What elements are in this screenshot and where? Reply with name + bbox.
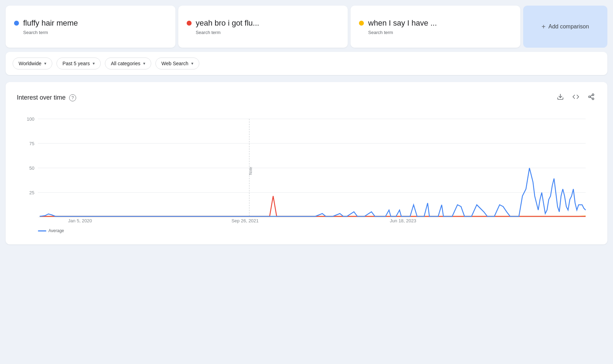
location-label: Worldwide: [19, 61, 41, 66]
chart-svg: 100 75 50 25 Jan 5, 2020 Sep 26, 2021 Ju…: [17, 112, 596, 224]
search-term-card-3[interactable]: when I say I have ... Search term: [351, 6, 520, 48]
download-button[interactable]: [555, 92, 565, 103]
search-type-filter[interactable]: Web Search ▾: [155, 58, 199, 69]
svg-text:Sep 26, 2021: Sep 26, 2021: [232, 218, 259, 223]
legend-average-line: [38, 230, 46, 231]
time-range-label: Past 5 years: [62, 61, 90, 66]
svg-text:100: 100: [27, 116, 34, 122]
legend-row: Average: [38, 228, 596, 233]
term-name-1: fluffy hair meme: [23, 19, 78, 28]
add-comparison-label: Add comparison: [548, 23, 589, 30]
term-dot-3: [359, 21, 364, 26]
filters-row: Worldwide ▾ Past 5 years ▾ All categorie…: [6, 52, 607, 75]
term-dot-2: [187, 21, 192, 26]
location-chevron: ▾: [44, 61, 46, 66]
chart-header: Interest over time ?: [17, 92, 596, 103]
legend-average: Average: [38, 228, 64, 233]
term-header-3: when I say I have ...: [359, 19, 512, 28]
term-type-2: Search term: [196, 30, 340, 35]
plus-icon: +: [541, 23, 546, 31]
svg-line-5: [590, 95, 592, 96]
svg-text:Jun 18, 2023: Jun 18, 2023: [390, 218, 416, 223]
term-dot-1: [14, 21, 19, 26]
categories-label: All categories: [111, 61, 140, 66]
svg-line-4: [590, 97, 592, 98]
share-button[interactable]: [586, 92, 596, 103]
term2-line: [40, 196, 586, 216]
time-range-filter[interactable]: Past 5 years ▾: [56, 58, 101, 69]
interest-over-time-card: Interest over time ?: [6, 82, 607, 244]
chart-actions: [555, 92, 596, 103]
svg-text:Note: Note: [248, 167, 253, 175]
embed-button[interactable]: [571, 92, 581, 103]
search-type-chevron: ▾: [191, 61, 193, 66]
term-type-3: Search term: [368, 30, 512, 35]
add-comparison-button[interactable]: + Add comparison: [523, 6, 607, 48]
svg-text:75: 75: [29, 141, 34, 146]
svg-text:Jan 5, 2020: Jan 5, 2020: [68, 218, 92, 223]
term-name-3: when I say I have ...: [368, 19, 437, 28]
svg-text:25: 25: [29, 190, 34, 195]
chart-title-group: Interest over time ?: [17, 94, 76, 101]
term-name-2: yeah bro i got flu...: [196, 19, 259, 28]
location-filter[interactable]: Worldwide ▾: [13, 58, 52, 69]
term-header-2: yeah bro i got flu...: [187, 19, 340, 28]
search-type-label: Web Search: [161, 61, 188, 66]
term-header-1: fluffy hair meme: [14, 19, 167, 28]
chart-title: Interest over time: [17, 94, 66, 101]
term-type-1: Search term: [23, 30, 167, 35]
categories-chevron: ▾: [143, 61, 145, 66]
chart-area: 100 75 50 25 Jan 5, 2020 Sep 26, 2021 Ju…: [17, 112, 596, 224]
legend-average-label: Average: [48, 228, 64, 233]
svg-text:50: 50: [29, 166, 34, 171]
help-icon[interactable]: ?: [69, 94, 76, 101]
search-terms-row: fluffy hair meme Search term yeah bro i …: [6, 6, 607, 48]
time-range-chevron: ▾: [93, 61, 95, 66]
search-term-card-2[interactable]: yeah bro i got flu... Search term: [178, 6, 348, 48]
term1-line: [40, 168, 586, 216]
categories-filter[interactable]: All categories ▾: [105, 58, 151, 69]
search-term-card-1[interactable]: fluffy hair meme Search term: [6, 6, 175, 48]
